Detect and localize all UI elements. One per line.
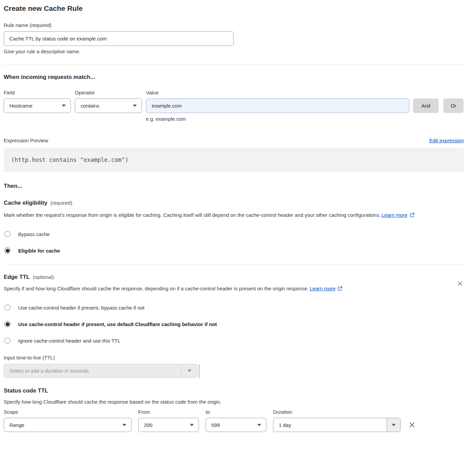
close-icon[interactable] (457, 280, 464, 287)
eligible-for-cache-option[interactable]: Eligible for cache (4, 248, 464, 254)
status-code-ttl-description: Specify how long Cloudflare should cache… (4, 399, 464, 405)
chevron-down-icon (257, 424, 261, 426)
from-select-value: 200 (144, 422, 152, 428)
scope-select[interactable]: Range (4, 418, 131, 432)
cache-eligibility-required-badge: (required) (50, 200, 72, 206)
duration-label: Duration (273, 409, 292, 415)
chevron-down-icon (122, 424, 126, 426)
eligible-for-cache-label[interactable]: Eligible for cache (18, 248, 60, 254)
value-label: Value (146, 90, 217, 95)
ttl-duration-placeholder: Select or add a duration in seconds (4, 364, 181, 377)
edge-ttl-option-ignore-label[interactable]: Ignore cache-control header and use this… (18, 338, 120, 344)
status-code-ttl-heading: Status code TTL (4, 387, 464, 394)
from-select[interactable]: 200 (138, 418, 199, 432)
rule-name-label: Rule name (required) (4, 22, 464, 28)
edge-ttl-description: Specify if and how long Cloudflare shoul… (4, 284, 455, 294)
edge-ttl-description-text: Specify if and how long Cloudflare shoul… (4, 286, 309, 291)
ttl-select-wrap: Select or add a duration in seconds (4, 364, 464, 378)
edge-ttl-section: Edge TTL (optional) Specify if and how l… (4, 274, 464, 378)
chevron-down-icon (62, 105, 66, 107)
scope-select-value: Range (9, 422, 24, 428)
edit-expression-link[interactable]: Edit expression (429, 138, 464, 143)
ttl-input-label: Input time-to-live (TTL) (4, 355, 464, 360)
rule-name-help: Give your rule a descriptive name. (4, 49, 464, 54)
expression-preview-label: Expression Preview (4, 138, 48, 143)
cache-eligibility-description-text: Mark whether the request’s response from… (4, 212, 381, 218)
chevron-down-icon (190, 424, 194, 426)
radio-icon[interactable] (4, 304, 10, 311)
status-code-ttl-title: Status code TTL (4, 387, 48, 394)
edge-ttl-optional-badge: (optional) (33, 274, 54, 280)
external-link-icon (410, 211, 415, 221)
radio-icon[interactable] (4, 231, 10, 237)
edge-ttl-option-bypass[interactable]: Use cache-control header if present, byp… (4, 304, 464, 311)
operator-label: Operator (75, 90, 146, 95)
cache-eligibility-heading: Cache eligibility (required) (4, 200, 464, 206)
to-select[interactable]: 599 (206, 418, 266, 432)
radio-icon[interactable] (4, 338, 10, 344)
bypass-cache-option[interactable]: Bypass cache (4, 231, 464, 237)
cache-eligibility-description: Mark whether the request’s response from… (4, 210, 455, 221)
status-code-ttl-row: Range 200 599 1 day (4, 418, 464, 432)
and-button[interactable]: And (413, 98, 439, 113)
chevron-down-icon (187, 370, 191, 372)
status-row-labels: Scope From to Duration (4, 409, 464, 415)
operator-select-value: contains (81, 103, 99, 109)
rule-name-input[interactable] (4, 31, 234, 46)
or-button[interactable]: Or (443, 98, 464, 113)
to-label: to (206, 409, 273, 415)
learn-more-link[interactable]: Learn more (310, 286, 336, 291)
expression-preview-row: Expression Preview Edit expression (4, 138, 464, 143)
bypass-cache-label[interactable]: Bypass cache (18, 231, 50, 237)
scope-label: Scope (4, 409, 138, 415)
edge-ttl-option-default[interactable]: Use cache-control header if present, use… (4, 321, 464, 327)
edge-ttl-heading: Edge TTL (optional) (4, 274, 464, 281)
edge-ttl-option-bypass-label[interactable]: Use cache-control header if present, byp… (18, 305, 144, 311)
ttl-duration-select[interactable]: Select or add a duration in seconds (4, 364, 197, 378)
focus-strip (199, 364, 200, 378)
value-help: e.g. example.com (146, 116, 464, 122)
edge-ttl-title: Edge TTL (4, 274, 30, 281)
chevron-down-icon (133, 105, 137, 107)
match-heading: When incoming requests match... (4, 74, 464, 81)
edge-ttl-option-default-label[interactable]: Use cache-control header if present, use… (18, 321, 217, 327)
field-label: Field (4, 90, 75, 95)
to-select-value: 599 (211, 422, 220, 428)
create-cache-rule-form: Create new Cache Rule Rule name (require… (0, 0, 476, 464)
expression-code: (http.host contains "example.com") (4, 148, 464, 172)
then-heading: Then... (4, 183, 464, 190)
field-select-value: Hostname (9, 103, 32, 109)
duration-select[interactable]: 1 day (273, 418, 400, 432)
delete-row-icon[interactable] (408, 421, 416, 429)
field-select[interactable]: Hostname (4, 98, 71, 113)
operator-select[interactable]: contains (75, 98, 142, 113)
ttl-duration-arrow-button[interactable] (181, 364, 197, 377)
match-labels-row: Field Operator Value (4, 90, 464, 95)
duration-arrow-button[interactable] (387, 418, 400, 432)
section-divider (4, 264, 464, 264)
edge-ttl-option-ignore[interactable]: Ignore cache-control header and use this… (4, 338, 464, 344)
radio-icon[interactable] (4, 321, 10, 327)
from-label: From (138, 409, 206, 415)
radio-icon[interactable] (4, 248, 10, 254)
page-title: Create new Cache Rule (4, 4, 464, 12)
value-input[interactable] (146, 98, 409, 113)
learn-more-link[interactable]: Learn more (382, 212, 408, 218)
section-divider (4, 64, 464, 65)
cache-eligibility-title: Cache eligibility (4, 200, 47, 206)
chevron-down-icon (392, 424, 396, 426)
duration-select-value: 1 day (273, 418, 387, 432)
match-controls-row: Hostname contains And Or (4, 98, 464, 113)
external-link-icon (337, 285, 343, 294)
